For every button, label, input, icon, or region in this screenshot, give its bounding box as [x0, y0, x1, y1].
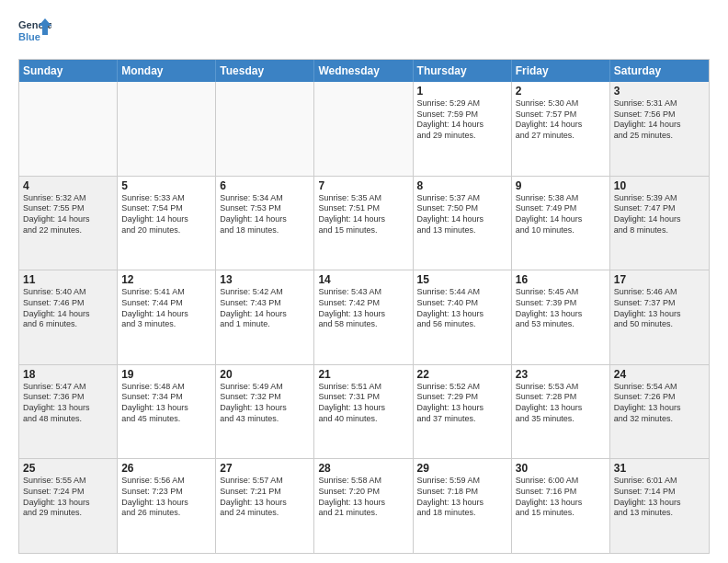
day-info: Sunrise: 5:54 AM Sunset: 7:26 PM Dayligh… [614, 382, 705, 425]
day-cell-30: 30Sunrise: 6:00 AM Sunset: 7:16 PM Dayli… [512, 459, 610, 553]
day-cell-28: 28Sunrise: 5:58 AM Sunset: 7:20 PM Dayli… [314, 459, 413, 553]
day-cell-24: 24Sunrise: 5:54 AM Sunset: 7:26 PM Dayli… [610, 365, 709, 459]
day-number: 5 [121, 179, 211, 192]
day-info: Sunrise: 5:33 AM Sunset: 7:54 PM Dayligh… [121, 193, 211, 236]
calendar-header: SundayMondayTuesdayWednesdayThursdayFrid… [19, 60, 709, 82]
day-info: Sunrise: 5:30 AM Sunset: 7:57 PM Dayligh… [516, 98, 606, 142]
header-day-monday: Monday [118, 60, 216, 82]
day-info: Sunrise: 5:52 AM Sunset: 7:29 PM Dayligh… [417, 382, 507, 425]
day-cell-3: 3Sunrise: 5:31 AM Sunset: 7:56 PM Daylig… [610, 82, 709, 176]
day-cell-31: 31Sunrise: 6:01 AM Sunset: 7:14 PM Dayli… [610, 459, 709, 553]
day-cell-17: 17Sunrise: 5:46 AM Sunset: 7:37 PM Dayli… [610, 270, 709, 364]
day-number: 24 [614, 368, 705, 381]
day-number: 11 [23, 273, 113, 286]
header-day-tuesday: Tuesday [216, 60, 314, 82]
day-cell-19: 19Sunrise: 5:48 AM Sunset: 7:34 PM Dayli… [118, 365, 216, 459]
day-cell-10: 10Sunrise: 5:39 AM Sunset: 7:47 PM Dayli… [610, 177, 709, 270]
header: General Blue [18, 17, 710, 50]
calendar-body: 1Sunrise: 5:29 AM Sunset: 7:59 PM Daylig… [19, 82, 709, 553]
day-number: 27 [220, 462, 310, 475]
day-number: 31 [614, 462, 705, 475]
day-info: Sunrise: 5:57 AM Sunset: 7:21 PM Dayligh… [220, 476, 310, 519]
day-info: Sunrise: 5:59 AM Sunset: 7:18 PM Dayligh… [417, 476, 507, 519]
day-cell-29: 29Sunrise: 5:59 AM Sunset: 7:18 PM Dayli… [414, 459, 512, 553]
day-number: 7 [318, 179, 408, 192]
day-cell-9: 9Sunrise: 5:38 AM Sunset: 7:49 PM Daylig… [512, 177, 610, 270]
day-number: 23 [516, 368, 606, 381]
header-day-thursday: Thursday [414, 60, 512, 82]
day-info: Sunrise: 5:29 AM Sunset: 7:59 PM Dayligh… [417, 98, 507, 142]
day-number: 17 [614, 273, 705, 286]
day-cell-16: 16Sunrise: 5:45 AM Sunset: 7:39 PM Dayli… [512, 270, 610, 364]
calendar-row-4: 18Sunrise: 5:47 AM Sunset: 7:36 PM Dayli… [19, 365, 709, 460]
day-cell-21: 21Sunrise: 5:51 AM Sunset: 7:31 PM Dayli… [314, 365, 413, 459]
day-info: Sunrise: 5:38 AM Sunset: 7:49 PM Dayligh… [516, 193, 606, 236]
day-info: Sunrise: 5:58 AM Sunset: 7:20 PM Dayligh… [318, 476, 408, 519]
day-cell-23: 23Sunrise: 5:53 AM Sunset: 7:28 PM Dayli… [512, 365, 610, 459]
day-info: Sunrise: 5:34 AM Sunset: 7:53 PM Dayligh… [220, 193, 310, 236]
day-cell-15: 15Sunrise: 5:44 AM Sunset: 7:40 PM Dayli… [414, 270, 512, 364]
logo-svg: General Blue [18, 17, 51, 50]
day-cell-5: 5Sunrise: 5:33 AM Sunset: 7:54 PM Daylig… [118, 177, 216, 270]
calendar-row-3: 11Sunrise: 5:40 AM Sunset: 7:46 PM Dayli… [19, 270, 709, 365]
day-info: Sunrise: 5:31 AM Sunset: 7:56 PM Dayligh… [614, 98, 705, 142]
day-info: Sunrise: 5:45 AM Sunset: 7:39 PM Dayligh… [516, 287, 606, 330]
calendar-row-2: 4Sunrise: 5:32 AM Sunset: 7:55 PM Daylig… [19, 177, 709, 271]
day-info: Sunrise: 5:56 AM Sunset: 7:23 PM Dayligh… [121, 476, 211, 519]
page: General Blue SundayMondayTuesdayWednesda… [0, 0, 728, 563]
day-info: Sunrise: 5:37 AM Sunset: 7:50 PM Dayligh… [417, 193, 507, 236]
day-cell-14: 14Sunrise: 5:43 AM Sunset: 7:42 PM Dayli… [314, 270, 413, 364]
day-number: 10 [614, 179, 705, 192]
day-info: Sunrise: 5:53 AM Sunset: 7:28 PM Dayligh… [516, 382, 606, 425]
day-number: 3 [614, 85, 705, 98]
day-info: Sunrise: 5:49 AM Sunset: 7:32 PM Dayligh… [220, 382, 310, 425]
day-cell-27: 27Sunrise: 5:57 AM Sunset: 7:21 PM Dayli… [216, 459, 314, 553]
day-cell-26: 26Sunrise: 5:56 AM Sunset: 7:23 PM Dayli… [118, 459, 216, 553]
day-number: 25 [23, 462, 113, 475]
logo: General Blue [18, 17, 51, 50]
day-info: Sunrise: 5:48 AM Sunset: 7:34 PM Dayligh… [121, 382, 211, 425]
day-number: 30 [516, 462, 606, 475]
day-cell-6: 6Sunrise: 5:34 AM Sunset: 7:53 PM Daylig… [216, 177, 314, 270]
day-number: 20 [220, 368, 310, 381]
header-day-friday: Friday [512, 60, 610, 82]
day-info: Sunrise: 5:35 AM Sunset: 7:51 PM Dayligh… [318, 193, 408, 236]
day-info: Sunrise: 5:47 AM Sunset: 7:36 PM Dayligh… [23, 382, 113, 425]
day-cell-8: 8Sunrise: 5:37 AM Sunset: 7:50 PM Daylig… [414, 177, 512, 270]
day-number: 22 [417, 368, 507, 381]
day-number: 12 [121, 273, 211, 286]
day-number: 16 [516, 273, 606, 286]
day-number: 4 [23, 179, 113, 192]
day-number: 28 [318, 462, 408, 475]
calendar: SundayMondayTuesdayWednesdayThursdayFrid… [18, 59, 710, 554]
day-number: 9 [516, 179, 606, 192]
day-info: Sunrise: 5:44 AM Sunset: 7:40 PM Dayligh… [417, 287, 507, 330]
empty-cell-r0c0 [19, 82, 118, 176]
day-number: 13 [220, 273, 310, 286]
day-info: Sunrise: 5:55 AM Sunset: 7:24 PM Dayligh… [23, 476, 113, 519]
day-info: Sunrise: 5:43 AM Sunset: 7:42 PM Dayligh… [318, 287, 408, 330]
day-info: Sunrise: 5:40 AM Sunset: 7:46 PM Dayligh… [23, 287, 113, 330]
day-info: Sunrise: 5:41 AM Sunset: 7:44 PM Dayligh… [121, 287, 211, 330]
day-number: 29 [417, 462, 507, 475]
day-cell-4: 4Sunrise: 5:32 AM Sunset: 7:55 PM Daylig… [19, 177, 118, 270]
header-day-wednesday: Wednesday [314, 60, 413, 82]
day-info: Sunrise: 6:01 AM Sunset: 7:14 PM Dayligh… [614, 476, 705, 519]
day-cell-11: 11Sunrise: 5:40 AM Sunset: 7:46 PM Dayli… [19, 270, 118, 364]
calendar-row-1: 1Sunrise: 5:29 AM Sunset: 7:59 PM Daylig… [19, 82, 709, 177]
day-info: Sunrise: 5:32 AM Sunset: 7:55 PM Dayligh… [23, 193, 113, 236]
day-number: 26 [121, 462, 211, 475]
day-number: 8 [417, 179, 507, 192]
day-info: Sunrise: 5:39 AM Sunset: 7:47 PM Dayligh… [614, 193, 705, 236]
day-info: Sunrise: 5:42 AM Sunset: 7:43 PM Dayligh… [220, 287, 310, 330]
day-number: 1 [417, 85, 507, 98]
day-number: 21 [318, 368, 408, 381]
day-cell-20: 20Sunrise: 5:49 AM Sunset: 7:32 PM Dayli… [216, 365, 314, 459]
day-cell-25: 25Sunrise: 5:55 AM Sunset: 7:24 PM Dayli… [19, 459, 118, 553]
day-number: 14 [318, 273, 408, 286]
day-cell-18: 18Sunrise: 5:47 AM Sunset: 7:36 PM Dayli… [19, 365, 118, 459]
day-cell-22: 22Sunrise: 5:52 AM Sunset: 7:29 PM Dayli… [414, 365, 512, 459]
empty-cell-r0c2 [216, 82, 314, 176]
day-number: 6 [220, 179, 310, 192]
empty-cell-r0c3 [314, 82, 413, 176]
